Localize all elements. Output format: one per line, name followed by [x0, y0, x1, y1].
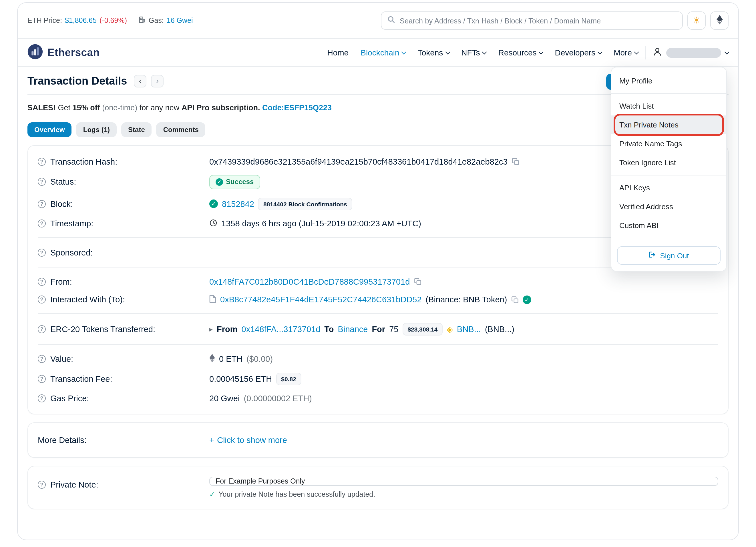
question-icon: ? [38, 220, 46, 228]
row-erc20-transfers: ? ERC-20 Tokens Transferred: ▸ From 0x14… [38, 318, 718, 339]
row-private-note: ? Private Note: ✓ Your private Note has … [38, 473, 718, 502]
promo-onetime: (one-time) [102, 104, 137, 112]
tab-state[interactable]: State [121, 122, 152, 137]
check-circle-icon: ✓ [209, 200, 218, 208]
eth-price-change: (-0.69%) [100, 17, 127, 25]
row-label: ? Block: [38, 199, 209, 208]
brand[interactable]: Etherscan [27, 44, 100, 61]
row-value: 20 Gwei (0.00000002 ETH) [209, 393, 718, 403]
menu-item-api-keys[interactable]: API Keys [611, 178, 726, 197]
private-note-area: ✓ Your private Note has been successfull… [209, 477, 718, 498]
menu-item-txn-private-notes[interactable]: Txn Private Notes [611, 116, 726, 134]
nav-item-resources[interactable]: Resources [498, 48, 543, 57]
brand-name: Etherscan [47, 46, 100, 59]
row-value: 0 ETH ($0.00) [209, 353, 718, 364]
label-text: Value: [50, 354, 73, 363]
show-more-link[interactable]: + Click to show more [209, 435, 287, 445]
search-input[interactable] [400, 16, 677, 25]
fee-usd-badge: $0.82 [276, 372, 301, 385]
nav-label: NFTs [461, 48, 480, 57]
menu-item-watch-list[interactable]: Watch List [611, 97, 726, 116]
gas-price-amount: 20 Gwei [209, 393, 240, 403]
search-icon [387, 15, 395, 26]
row-value: 0x148fFA7C012b80D0C41BcDeD7888C995317370… [209, 277, 718, 286]
transfer-to-link[interactable]: Binance [338, 324, 368, 333]
menu-item-my-profile[interactable]: My Profile [611, 71, 726, 90]
market-stats: ETH Price: $1,806.65 (-0.69%) Gas: 16 Gw… [27, 16, 193, 25]
token-name-link[interactable]: BNB... [457, 324, 481, 333]
promo-sales: SALES! [27, 104, 56, 112]
label-text: Status: [50, 177, 76, 186]
theme-toggle-button[interactable]: ☀ [687, 11, 706, 30]
menu-item-custom-abi[interactable]: Custom ABI [611, 216, 726, 235]
row-label: ? ERC-20 Tokens Transferred: [38, 324, 209, 333]
label-text: Transaction Fee: [50, 374, 112, 383]
signout-wrap: Sign Out [611, 241, 726, 267]
etherscan-logo-icon [27, 44, 43, 61]
from-address-link[interactable]: 0x148fFA7C012b80D0C41BcDeD7888C995317370… [209, 277, 410, 286]
row-label: ? Transaction Fee: [38, 374, 209, 383]
block-number-link[interactable]: 8152842 [222, 199, 254, 208]
tab-overview[interactable]: Overview [27, 122, 72, 137]
question-icon: ? [38, 249, 46, 257]
row-value: 0.00045156 ETH $0.82 [209, 372, 718, 385]
question-icon: ? [38, 481, 46, 489]
label-text: Transaction Hash: [50, 157, 117, 166]
question-icon: ? [38, 277, 46, 285]
account-menu-button[interactable] [652, 47, 729, 59]
nav-item-home[interactable]: Home [327, 48, 349, 57]
promo-product: API Pro subscription. [182, 104, 260, 112]
row-label: ? Sponsored: [38, 248, 209, 257]
show-more-label: Click to show more [217, 435, 287, 445]
nav-item-tokens[interactable]: Tokens [418, 48, 449, 57]
to-address-tag: (Binance: BNB Token) [426, 295, 507, 304]
verified-check-icon: ✓ [522, 295, 531, 304]
to-address-link[interactable]: 0xB8c77482e45F1F44dE1745F52C74426C631bDD… [220, 295, 422, 304]
private-note-input[interactable] [209, 477, 718, 486]
main-nav: Home Blockchain Tokens NFTs Resources [327, 48, 638, 57]
question-icon: ? [38, 295, 46, 303]
question-icon: ? [38, 178, 46, 186]
section-divider [38, 313, 718, 314]
label-text: More Details: [38, 435, 87, 445]
next-transaction-button[interactable]: › [151, 75, 164, 88]
sun-icon: ☀ [693, 16, 701, 25]
search-bar[interactable] [381, 11, 683, 30]
menu-item-token-ignore-list[interactable]: Token Ignore List [611, 153, 726, 172]
tab-logs[interactable]: Logs (1) [76, 122, 117, 137]
nav-item-nfts[interactable]: NFTs [461, 48, 486, 57]
chevron-down-icon [401, 49, 406, 54]
nav-item-developers[interactable]: Developers [555, 48, 602, 57]
private-note-card: ? Private Note: ✓ Your private Note has … [27, 466, 729, 509]
gas-price-eth: (0.00000002 ETH) [244, 393, 312, 403]
label-text: From: [50, 277, 72, 286]
row-more-details: More Details: + Click to show more [38, 430, 718, 450]
label-text: Private Note: [50, 480, 98, 489]
nav-label: Resources [498, 48, 537, 57]
menu-divider [611, 238, 726, 238]
tab-comments[interactable]: Comments [156, 122, 206, 137]
copy-icon[interactable] [414, 278, 421, 285]
transfer-from-link[interactable]: 0x148fFA...3173701d [242, 324, 321, 333]
network-button[interactable] [710, 11, 729, 30]
clock-icon [209, 219, 217, 228]
nav-item-more[interactable]: More [614, 48, 638, 57]
nav-item-blockchain[interactable]: Blockchain [361, 48, 405, 57]
eth-diamond-icon [209, 353, 215, 364]
menu-item-verified-address[interactable]: Verified Address [611, 197, 726, 216]
eth-price-value[interactable]: $1,806.65 [65, 17, 97, 25]
account-dropdown-menu: My Profile Watch List Txn Private Notes … [611, 67, 727, 272]
menu-divider [611, 93, 726, 94]
chevron-down-icon [725, 49, 729, 54]
label-text: Sponsored: [50, 248, 93, 257]
promo-discount: 15% off [73, 104, 100, 112]
gas-value[interactable]: 16 Gwei [167, 17, 193, 25]
copy-icon[interactable] [511, 296, 518, 303]
promo-code-link[interactable]: Code:ESFP15Q223 [262, 104, 332, 112]
value-usd: ($0.00) [246, 354, 273, 363]
menu-item-private-name-tags[interactable]: Private Name Tags [611, 134, 726, 153]
user-icon [652, 47, 662, 59]
sign-out-button[interactable]: Sign Out [617, 247, 721, 265]
prev-transaction-button[interactable]: ‹ [134, 75, 146, 88]
copy-icon[interactable] [512, 158, 519, 165]
